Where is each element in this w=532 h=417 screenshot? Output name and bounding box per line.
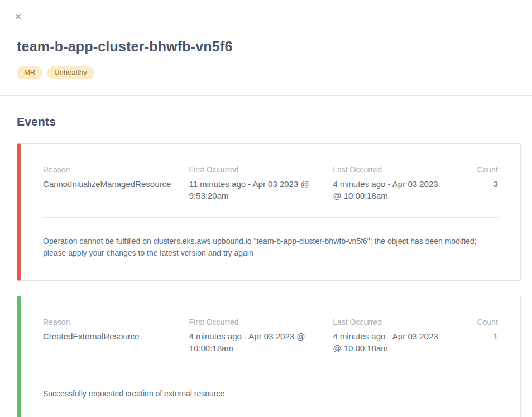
card-divider [43, 370, 498, 370]
last-occurred-label: Last Occurred [333, 318, 448, 327]
first-occurred-value: 11 minutes ago - Apr 03 2023 @ 9:53:20am [189, 178, 325, 202]
event-summary-row: Reason CannotInitializeManagedResource F… [43, 165, 498, 202]
status-badge: Unhealthy [47, 66, 94, 79]
event-card-error: Reason CannotInitializeManagedResource F… [17, 143, 521, 281]
count-column: Count 1 [456, 318, 498, 342]
last-occurred-value: 4 minutes ago - Apr 03 2023 @ 10:00:18am [333, 178, 448, 202]
first-occurred-column: First Occurred 4 minutes ago - Apr 03 20… [189, 318, 333, 354]
card-divider [43, 217, 498, 218]
events-section: Events Reason CannotInitializeManagedRes… [0, 115, 532, 417]
last-occurred-label: Last Occurred [333, 165, 448, 174]
last-occurred-column: Last Occurred 4 minutes ago - Apr 03 202… [333, 318, 456, 354]
event-card-success: Reason CreatedExternalResource First Occ… [17, 296, 521, 417]
reason-value: CreatedExternalResource [43, 330, 181, 342]
events-heading: Events [17, 115, 521, 128]
event-message: Operation cannot be fulfilled on cluster… [43, 236, 498, 259]
first-occurred-label: First Occurred [189, 165, 325, 174]
panel-header: × team-b-app-cluster-bhwfb-vn5f6 MR Unhe… [0, 0, 532, 79]
badge-row: MR Unhealthy [17, 66, 515, 79]
count-value: 1 [456, 330, 498, 342]
page-title: team-b-app-cluster-bhwfb-vn5f6 [17, 39, 515, 55]
reason-column: Reason CannotInitializeManagedResource [43, 165, 189, 190]
reason-column: Reason CreatedExternalResource [43, 318, 189, 342]
reason-label: Reason [43, 165, 181, 174]
first-occurred-column: First Occurred 11 minutes ago - Apr 03 2… [189, 165, 333, 202]
close-icon[interactable]: × [15, 11, 27, 23]
count-label: Count [456, 318, 498, 327]
first-occurred-label: First Occurred [189, 318, 325, 327]
last-occurred-column: Last Occurred 4 minutes ago - Apr 03 202… [333, 165, 456, 202]
resource-detail-panel: × team-b-app-cluster-bhwfb-vn5f6 MR Unhe… [0, 0, 532, 417]
reason-label: Reason [43, 318, 181, 327]
count-value: 3 [456, 178, 498, 190]
last-occurred-value: 4 minutes ago - Apr 03 2023 @ 10:00:18am [333, 330, 448, 354]
reason-value: CannotInitializeManagedResource [43, 178, 181, 190]
first-occurred-value: 4 minutes ago - Apr 03 2023 @ 10:00:18am [189, 330, 325, 354]
count-label: Count [456, 165, 498, 174]
event-message: Successfully requested creation of exter… [43, 388, 498, 400]
event-summary-row: Reason CreatedExternalResource First Occ… [43, 318, 498, 354]
header-divider [0, 95, 532, 96]
kind-badge: MR [17, 66, 42, 79]
count-column: Count 3 [456, 165, 498, 190]
